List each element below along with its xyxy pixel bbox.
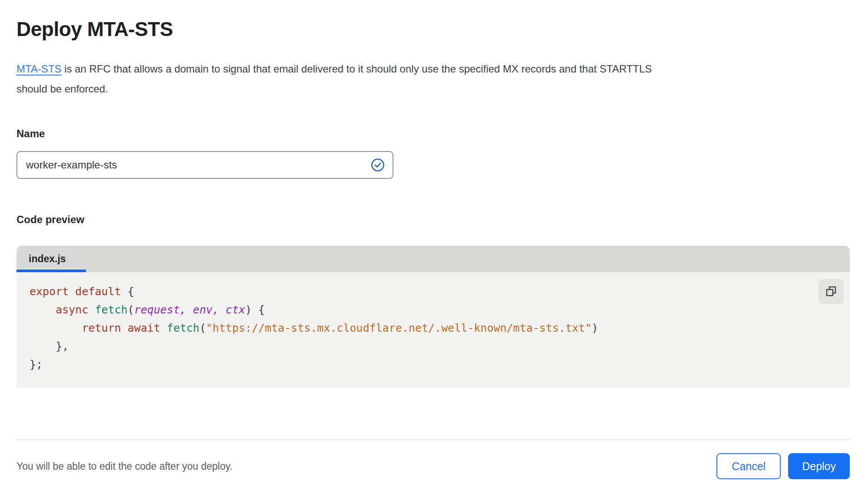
description-text: MTA-STS is an RFC that allows a domain t… [17,59,832,99]
page-title: Deploy MTA-STS [17,17,832,41]
code-line: }; [30,356,850,374]
description-line2: should be enforced. [17,83,108,95]
mta-sts-link[interactable]: MTA-STS [17,63,62,75]
footer-note: You will be able to edit the code after … [17,461,232,472]
name-input[interactable] [17,151,393,179]
code-preview-label: Code preview [17,214,832,226]
check-circle-icon [371,158,385,172]
copy-icon [825,285,837,299]
footer-actions: Cancel Deploy [716,453,850,479]
tab-index-js[interactable]: index.js [17,246,86,272]
code-line: return await fetch("https://mta-sts.mx.c… [30,319,850,337]
code-line: async fetch(request, env, ctx) { [30,301,850,319]
deploy-button[interactable]: Deploy [788,453,850,479]
code-area: export default { async fetch(request, en… [17,272,850,388]
footer-divider [17,439,850,440]
name-input-wrap [17,151,393,179]
code-line: export default { [30,283,850,301]
cancel-button[interactable]: Cancel [716,453,781,479]
name-label: Name [17,128,832,140]
tab-index-js-label: index.js [29,253,66,265]
code-preview-panel: index.js export default { async fetch(re… [17,246,850,388]
code-line: }, [30,337,850,356]
deploy-mta-sts-page: Deploy MTA-STS MTA-STS is an RFC that al… [0,0,868,494]
footer-row: You will be able to edit the code after … [17,453,850,479]
code-tab-bar: index.js [17,246,850,272]
code-lines: export default { async fetch(request, en… [30,283,850,374]
description-line1: is an RFC that allows a domain to signal… [62,63,652,75]
copy-code-button[interactable] [818,279,844,304]
